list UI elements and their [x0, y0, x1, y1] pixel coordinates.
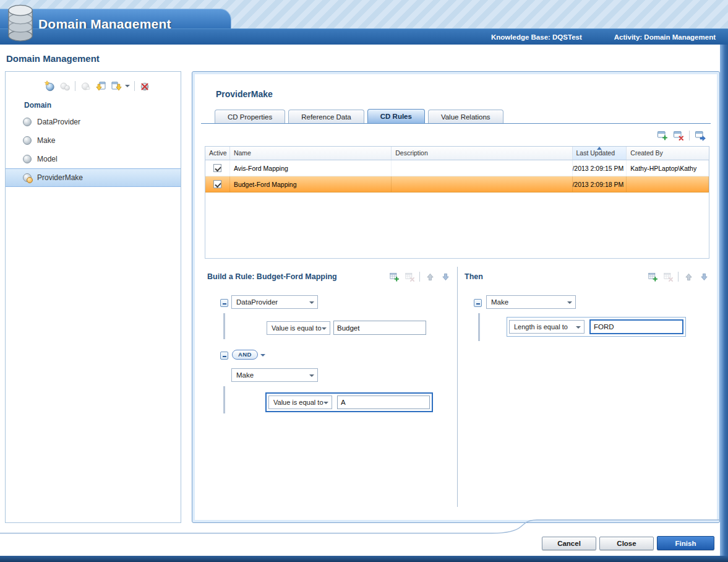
cancel-button[interactable]: Cancel [542, 537, 596, 550]
column-header-description[interactable]: Description [392, 147, 572, 160]
collapse-condition1-button[interactable] [220, 299, 228, 307]
toolbar-separator [419, 272, 420, 282]
then-domain-select[interactable]: Make [486, 295, 576, 309]
close-button[interactable]: Close [599, 537, 654, 550]
move-condition-down-icon[interactable] [440, 271, 451, 282]
rule-row-budget-ford[interactable]: Budget-Ford Mapping 9/7/2013 2:09:18 PM [205, 176, 709, 192]
toolbar-separator [689, 131, 690, 140]
active-checkbox[interactable] [213, 180, 221, 188]
composite-domain-icon [23, 173, 32, 182]
apply-rule-icon[interactable] [695, 130, 706, 141]
delete-domain-icon[interactable] [139, 80, 150, 92]
sidebar-item-label: ProviderMake [37, 173, 83, 182]
rules-table-header: Active Name Description Last Updated Cre… [205, 147, 709, 160]
chevron-down-icon [322, 327, 327, 330]
domain-detail-panel: ProviderMake CD Properties Reference Dat… [192, 71, 720, 523]
then-title: Then [465, 272, 647, 281]
footer-divider-curve [0, 519, 728, 536]
condition-toolbar [388, 271, 451, 282]
window-bottom-edge [0, 556, 728, 562]
condition1-operator-select[interactable]: Value is equal to [267, 321, 330, 335]
column-header-name[interactable]: Name [230, 147, 392, 160]
activity-label: Activity: Domain Management [614, 33, 716, 41]
active-checkbox[interactable] [213, 164, 221, 172]
collapse-group-button[interactable] [220, 352, 228, 360]
sidebar-item-model[interactable]: Model [6, 150, 181, 168]
then-clause-group: Length is equal to [507, 317, 686, 337]
delete-rule-icon[interactable] [673, 130, 684, 141]
create-linked-domain-icon[interactable] [80, 80, 91, 92]
move-then-up-icon[interactable] [683, 271, 694, 282]
sidebar-item-providermake[interactable]: ProviderMake [6, 168, 181, 187]
sidebar-item-label: DataProvider [37, 118, 80, 126]
create-domain-icon[interactable] [44, 80, 55, 92]
and-or-toggle[interactable]: AND [232, 350, 258, 360]
dqs-domain-management-window: Domain Management Knowledge Base: DQSTes… [0, 0, 728, 562]
column-header-created-by[interactable]: Created By [627, 147, 709, 160]
domain-icon [23, 155, 32, 163]
sort-ascending-icon [597, 147, 602, 150]
builder-vertical-divider [457, 267, 458, 507]
delete-then-clause-icon[interactable] [662, 271, 674, 282]
import-domain-icon[interactable] [95, 80, 106, 92]
collapse-then-button[interactable] [474, 299, 482, 307]
toolbar-separator [678, 272, 679, 282]
domain-icon [23, 136, 32, 145]
then-value-input[interactable] [589, 319, 683, 334]
chevron-down-icon [576, 326, 581, 329]
domain-list-panel: Domain DataProvider Make Model ProviderM… [5, 71, 181, 523]
add-rule-icon[interactable] [657, 130, 668, 141]
rules-table: Active Name Description Last Updated Cre… [205, 146, 709, 259]
domain-list: DataProvider Make Model ProviderMake [6, 113, 181, 187]
create-composite-domain-icon[interactable] [59, 80, 71, 92]
window-right-edge [720, 45, 728, 556]
condition1-domain-select[interactable]: DataProvider [231, 295, 318, 309]
sidebar-item-make[interactable]: Make [6, 131, 181, 150]
toolbar-separator [134, 81, 135, 91]
tab-strip: CD Properties Reference Data CD Rules Va… [215, 109, 507, 124]
tab-cd-properties[interactable]: CD Properties [215, 110, 285, 124]
move-then-down-icon[interactable] [698, 271, 709, 282]
tab-reference-data[interactable]: Reference Data [288, 110, 364, 124]
condition2-operator-select[interactable]: Value is equal to [268, 396, 332, 409]
condition2-domain-select[interactable]: Make [231, 368, 318, 382]
tab-strip-line [201, 123, 711, 124]
build-rule-header: Build a Rule: Budget-Ford Mapping [207, 271, 451, 282]
export-domain-icon[interactable] [111, 80, 122, 92]
then-header: Then [465, 271, 709, 282]
chevron-down-icon [323, 402, 328, 404]
rule-name: Avis-Ford Mapping [234, 165, 288, 172]
sidebar-item-dataprovider[interactable]: DataProvider [6, 113, 181, 131]
rule-last-updated: 9/7/2013 2:09:18 PM [573, 181, 624, 188]
domain-section-label: Domain [24, 101, 51, 110]
chevron-down-icon [567, 301, 572, 304]
export-menu-caret-icon[interactable] [125, 85, 130, 87]
domain-icon [23, 118, 32, 126]
tab-value-relations[interactable]: Value Relations [428, 110, 503, 124]
chevron-down-icon [309, 301, 314, 304]
indent-line [223, 386, 225, 413]
chevron-down-icon [309, 374, 314, 377]
app-banner: Domain Management Knowledge Base: DQSTes… [0, 0, 728, 45]
sidebar-item-label: Make [37, 136, 55, 145]
tab-cd-rules[interactable]: CD Rules [367, 109, 425, 124]
panel-title: ProviderMake [216, 89, 273, 99]
column-header-last-updated[interactable]: Last Updated [573, 147, 627, 160]
condition2-value-input[interactable] [337, 396, 430, 409]
add-condition-icon[interactable] [388, 271, 400, 282]
domain-toolbar [44, 80, 150, 92]
finish-button[interactable]: Finish [657, 536, 714, 550]
knowledge-base-label: Knowledge Base: DQSTest [491, 33, 582, 41]
conjunction-menu-caret-icon[interactable] [260, 354, 265, 357]
condition1-value-input[interactable] [333, 321, 426, 335]
column-header-active[interactable]: Active [205, 147, 230, 160]
then-toolbar [647, 271, 709, 282]
indent-line [478, 313, 480, 341]
delete-condition-icon[interactable] [404, 271, 415, 282]
rule-row-avis-ford[interactable]: Avis-Ford Mapping 9/7/2013 2:09:15 PM Ka… [205, 160, 709, 176]
banner-status-band: Knowledge Base: DQSTest Activity: Domain… [0, 28, 728, 45]
rule-created-by: Kathy-HPLaptop\Kathy [630, 165, 696, 172]
then-operator-select[interactable]: Length is equal to [509, 320, 585, 334]
add-then-clause-icon[interactable] [647, 271, 658, 282]
move-condition-up-icon[interactable] [424, 271, 435, 282]
